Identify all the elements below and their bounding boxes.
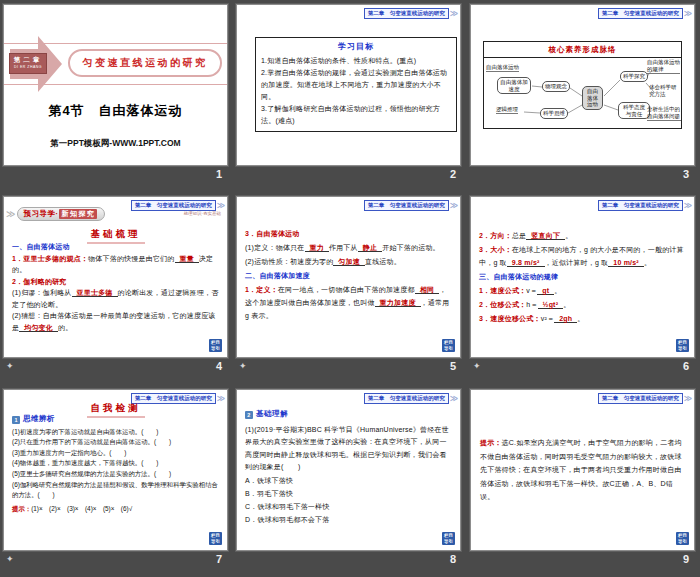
slide-1-thumbnail[interactable]: 第二章 DI ER ZHANG 匀变速直线运动的研究 第4节 自由落体运动 第一… — [3, 4, 228, 166]
chevron-right-icon: ≫ — [684, 9, 692, 18]
option: D．铁球和羽毛都不会下落 — [245, 513, 452, 526]
map-node: 物理观念 — [542, 81, 570, 92]
objective-item: 1.知道自由落体运动的条件、性质和特点。(重点) — [261, 55, 451, 67]
map-label: 自由落体运动 — [486, 64, 519, 72]
chevron-right-icon: ≫ — [684, 201, 692, 210]
slide-2-thumbnail[interactable]: 第二章 匀变速直线运动的研究 ≫ 学习目标 1.知道自由落体运动的条件、性质和特… — [236, 4, 461, 166]
sub-heading: 3．自由落体运动 — [245, 227, 452, 240]
chapter-header-text: 第二章 匀变速直线运动的研究 — [364, 200, 449, 211]
chapter-header-text: 第二章 匀变速直线运动的研究 — [364, 393, 449, 404]
fill-blank: 均匀变化 — [19, 324, 58, 332]
sub-heading: 一、自由落体运动 — [12, 241, 219, 253]
hint-line: 提示：(1)× (2)× (3)× (4)× (5)× (6)√ — [12, 504, 220, 515]
chapter-header: 第二章 匀变速直线运动的研究 ≫ — [598, 200, 692, 211]
text-line: 1．亚里士多德的观点：物体下落的快慢是由它们的重量决定的。 — [12, 253, 219, 276]
chevron-right-icon: ≫ — [217, 201, 225, 210]
chevron-right-icon: ≫ — [450, 201, 458, 210]
slide-9-thumbnail[interactable]: 第二章 匀变速直线运动的研究 ≫ 提示：选C.如果室内充满空气时，由于空气阻力的… — [470, 389, 695, 551]
chapter-header-text: 第二章 匀变速直线运动的研究 — [364, 8, 449, 19]
chapter-badge-pinyin: DI ER ZHANG — [10, 65, 46, 70]
sub-heading: 三、自由落体运动的规律 — [479, 270, 686, 283]
fill-blank: gt — [537, 287, 554, 295]
slide-number: 8 — [450, 553, 456, 565]
check-item: (5)亚里士多德研究自然规律的方法是实验的方法。( ) — [12, 469, 220, 480]
fill-blank: 9.8 m/s² — [507, 259, 545, 267]
slide-8-thumbnail[interactable]: 第二章 匀变速直线运动的研究 ≫ 2基础理解 (1)(2019·平谷期末)BBC… — [236, 389, 461, 551]
ribbon-label: 预习导学· — [23, 209, 58, 219]
map-node: 科学探究 — [620, 71, 648, 82]
fill-blank: ½gt² — [538, 301, 564, 309]
animation-star-icon[interactable]: ✦ — [473, 361, 481, 371]
mindmap-title: 核心素养形成脉络 — [484, 42, 681, 58]
fill-blank: 重力加速度 — [375, 299, 421, 307]
check-item: (3)重力加速度方向一定指向地心。( ) — [12, 448, 220, 459]
slide-number: 3 — [683, 168, 689, 180]
mindmap-box: 核心素养形成脉络 自由落体运动 自由落体加速度 逻辑推理 — [483, 41, 682, 129]
nav-tag[interactable]: 栏目导引 — [442, 532, 455, 545]
slide-5-thumbnail[interactable]: 第二章 匀变速直线运动的研究 ≫ 3．自由落体运动 (1)定义：物体只在重力作用… — [236, 196, 461, 358]
animation-star-icon[interactable]: ✦ — [239, 361, 247, 371]
text-line: (1)归谬：伽利略从亚里士多德的论断出发，通过逻辑推理，否定了他的论断。 — [12, 287, 219, 310]
animation-star-icon[interactable]: ✦ — [6, 361, 14, 371]
fill-blank: 2gh — [554, 315, 577, 323]
fill-blank: 匀加速 — [333, 258, 365, 266]
nav-tag[interactable]: 栏目导引 — [442, 339, 455, 352]
nav-tag[interactable]: 栏目导引 — [209, 339, 222, 352]
option: A．铁球下落快 — [245, 474, 452, 487]
map-node: 科学态度与责任 — [618, 102, 650, 119]
formula-line: 3．速度位移公式：v²＝2gh。 — [479, 312, 686, 325]
formula-line: 2．位移公式：h＝½gt²。 — [479, 298, 686, 311]
question-stem: (1)(2019·平谷期末)BBC 科学节目《HumanUniverse》曾经在… — [245, 424, 452, 474]
text-line: (2)猜想：自由落体运动是一种最简单的变速运动，它的速度应该是均匀变化的。 — [12, 310, 219, 333]
slide-7-thumbnail[interactable]: 第二章 匀变速直线运动的研究 ≫ 自我检测 1思维辨析 (1)初速度为零的下落运… — [3, 389, 228, 551]
chapter-badge: 第二章 DI ER ZHANG — [9, 53, 47, 74]
slide-cell-7: 第二章 匀变速直线运动的研究 ≫ 自我检测 1思维辨析 (1)初速度为零的下落运… — [0, 385, 233, 577]
chevron-right-icon: ≫ — [450, 9, 458, 18]
animation-star-icon[interactable]: ✦ — [6, 554, 14, 564]
hint-paragraph: 提示：选C.如果室内充满空气时，由于空气阻力的影响，二者均不做自由落体运动，同时… — [480, 436, 686, 504]
mindmap: 自由落体运动 自由落体加速度 逻辑推理 物理观念 科学思维 自由落体运动 科学探… — [484, 58, 681, 128]
nav-tag[interactable]: 栏目导引 — [676, 339, 689, 352]
text-line: 2．方向：总是竖直向下。 — [479, 229, 686, 242]
ribbon-subtitle: 梳理知识·夯实基础 — [184, 211, 222, 216]
chapter-header: 第二章 匀变速直线运动的研究 ≫ — [364, 200, 458, 211]
map-label: 分析生活中的自由落体问题 — [647, 106, 681, 121]
slide-cell-6: 第二章 匀变速直线运动的研究 ≫ 2．方向：总是竖直向下。 3．大小：在地球上不… — [467, 192, 700, 385]
ribbon-highlight: 新知探究 — [59, 209, 97, 219]
slide-number: 7 — [216, 553, 222, 565]
text-line: 3．大小：在地球上不同的地方，g 的大小是不同的，一般的计算中，g 取9.8 m… — [479, 243, 686, 269]
fill-blank: 亚里士多德 — [72, 289, 118, 297]
nav-tag[interactable]: 栏目导引 — [209, 532, 222, 545]
sub-heading: 2．伽利略的研究 — [12, 276, 219, 288]
nav-tag[interactable]: 栏目导引 — [676, 532, 689, 545]
lesson-title: 第4节 自由落体运动 — [4, 102, 227, 120]
template-credit: 第一PPT模板网-WWW.1PPT.COM — [4, 138, 227, 150]
text-line: 1．定义：在同一地点，一切物体自由下落的加速度都相同，这个加速度叫做自由落体加速… — [245, 283, 452, 322]
objective-item: 2.掌握自由落体运动的规律，会通过实验测定自由落体运动的加速度。知道在地球上不同… — [261, 67, 451, 103]
slide-cell-4: 第二章 匀变速直线运动的研究 ≫ ≫ 预习导学· 新知探究 梳理知识·夯实基础 … — [0, 192, 233, 385]
slide-cell-5: 第二章 匀变速直线运动的研究 ≫ 3．自由落体运动 (1)定义：物体只在重力作用… — [233, 192, 467, 385]
fill-blank: 竖直向下 — [526, 232, 565, 240]
objectives-title: 学习目标 — [261, 41, 451, 52]
chapter-header: 第二章 匀变速直线运动的研究 ≫ — [131, 200, 225, 211]
map-center-node: 自由落体运动 — [582, 86, 603, 110]
text-line: (1)定义：物体只在重力作用下从静止开始下落的运动。 — [245, 241, 452, 254]
chapter-header: 第二章 匀变速直线运动的研究 ≫ — [364, 393, 458, 404]
slide-3-thumbnail[interactable]: 第二章 匀变速直线运动的研究 ≫ 核心素养形成脉络 自由 — [470, 4, 695, 166]
slide-content: 2基础理解 (1)(2019·平谷期末)BBC 科学节目《HumanUniver… — [245, 408, 452, 526]
slide-cell-3: 第二章 匀变速直线运动的研究 ≫ 核心素养形成脉络 自由 — [467, 0, 700, 192]
slide-4-thumbnail[interactable]: 第二章 匀变速直线运动的研究 ≫ ≫ 预习导学· 新知探究 梳理知识·夯实基础 … — [3, 196, 228, 358]
slide-number: 2 — [450, 168, 456, 180]
map-label: 自由落体运动的规律 — [647, 59, 680, 74]
check-item: (2)只在重力作用下的下落运动就是自由落体运动。( ) — [12, 437, 220, 448]
slide-number: 5 — [450, 360, 456, 372]
chapter-header-text: 第二章 匀变速直线运动的研究 — [598, 393, 683, 404]
map-label: 自由落体加速度 — [497, 77, 531, 94]
map-label: 体会科学研究方法 — [649, 84, 681, 98]
slide-number: 4 — [216, 360, 222, 372]
fill-blank: 相同 — [415, 286, 439, 294]
chapter-header-text: 第二章 匀变速直线运动的研究 — [131, 200, 216, 211]
slide-6-thumbnail[interactable]: 第二章 匀变速直线运动的研究 ≫ 2．方向：总是竖直向下。 3．大小：在地球上不… — [470, 196, 695, 358]
formula-line: 1．速度公式：v＝gt。 — [479, 284, 686, 297]
chevron-right-icon: ≫ — [684, 394, 692, 403]
